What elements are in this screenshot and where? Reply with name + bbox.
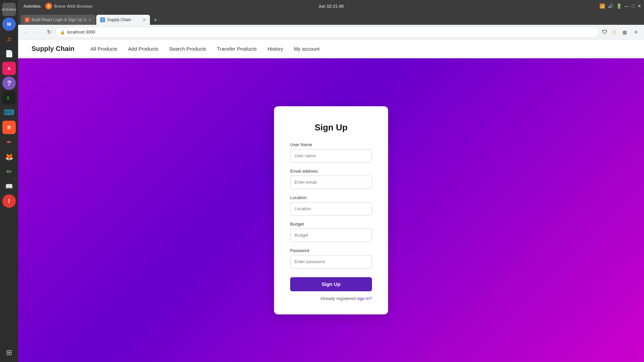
main-area: Sign Up User Name Email address Location (18, 58, 644, 362)
os-taskbar: Activities M ♬ 📄 A ? $_ ⌨ B ✒ 🦊 ✏ 📖 ! ⊞ (0, 0, 18, 362)
firefox-icon[interactable]: 🦊 (2, 150, 16, 164)
vscode-icon[interactable]: ⌨ (2, 106, 16, 119)
tab-build-react[interactable]: B Build React Login & Sign Up U ✕ (21, 15, 96, 25)
brave-taskbar-icon[interactable]: B (2, 121, 16, 134)
writer-icon[interactable]: 📄 (2, 47, 16, 60)
brave-warning-icon[interactable]: ⚠ (610, 28, 618, 36)
nav-link-all-products[interactable]: All Products (91, 46, 117, 52)
signup-title: Sign Up (290, 122, 372, 133)
reload-button[interactable]: ↻ (44, 27, 54, 37)
already-registered-text: Already registered (320, 296, 356, 301)
nav-link-add-products[interactable]: Add Products (128, 46, 158, 52)
text-editor-icon[interactable]: ✏ (2, 165, 16, 178)
appimage-icon[interactable]: A (2, 62, 16, 75)
pen-icon[interactable]: ✒ (2, 135, 16, 149)
signin-link[interactable]: sign in? (357, 296, 372, 301)
forward-button[interactable]: → (33, 27, 42, 37)
battery-icon: 🔋 (616, 3, 622, 9)
title-bar-left: Activities B Brave Web Browser (21, 3, 93, 9)
nav-link-history[interactable]: History (267, 46, 283, 52)
sidebar-toggle-button[interactable]: ▦ (620, 27, 629, 37)
browser-window: Activities B Brave Web Browser Jun 10 21… (18, 0, 644, 362)
close-button[interactable]: ✕ (637, 3, 641, 9)
signup-card: Sign Up User Name Email address Location (274, 106, 388, 314)
title-bar-time: Jun 10 21:48 (318, 4, 343, 9)
email-input[interactable] (290, 176, 372, 189)
calibre-icon[interactable]: 📖 (2, 180, 16, 193)
email-label: Email address (290, 169, 372, 174)
tab-bar: B Build React Login & Sign Up U ✕ S Supp… (18, 12, 644, 25)
nav-bar: Supply Chain All Products Add Products S… (18, 40, 644, 58)
address-bar: ← → ↻ 🔒 localhost:3000 🛡 ⚠ ▦ ≡ (18, 25, 644, 40)
budget-label: Budget (290, 222, 372, 227)
budget-group: Budget (290, 222, 372, 242)
tab-favicon-brave: B (25, 17, 30, 22)
minimize-button[interactable]: — (625, 3, 629, 9)
volume-icon: 🔊 (608, 3, 613, 9)
tab-label-2: Supply Chain (107, 17, 131, 22)
messenger-icon[interactable]: M (2, 17, 16, 31)
browser-menu-button[interactable]: ≡ (631, 27, 641, 37)
maximize-button[interactable]: □ (632, 3, 635, 9)
browser-name-label: Brave Web Browser (54, 4, 93, 9)
location-input[interactable] (290, 202, 372, 216)
nav-brand: Supply Chain (32, 45, 74, 53)
email-group: Email address (290, 169, 372, 189)
title-bar: Activities B Brave Web Browser Jun 10 21… (18, 0, 644, 12)
nav-link-transfer-products[interactable]: Transfer Products (217, 46, 257, 52)
signup-button[interactable]: Sign Up (290, 277, 372, 291)
lock-icon: 🔒 (60, 30, 65, 35)
help-icon[interactable]: ? (2, 76, 16, 90)
url-text: localhost:3000 (67, 29, 595, 35)
username-group: User Name (290, 142, 372, 163)
brave-logo: B (45, 3, 52, 9)
password-label: Password (290, 248, 372, 253)
tab-supply-chain[interactable]: S Supply Chain ✕ (96, 15, 150, 25)
username-input[interactable] (290, 149, 372, 163)
tab-close-1[interactable]: ✕ (88, 17, 92, 22)
nav-link-my-account[interactable]: My account (294, 46, 320, 52)
location-group: Location (290, 195, 372, 216)
title-bar-controls: 📶 🔊 🔋 — □ ✕ (599, 3, 641, 9)
error-notification-icon[interactable]: ! (2, 194, 16, 208)
nav-link-search-products[interactable]: Search Products (169, 46, 206, 52)
app-grid-icon[interactable]: ⊞ (2, 346, 16, 359)
password-group: Password (290, 248, 372, 268)
signin-row: Already registered sign in? (290, 296, 372, 301)
activities-button[interactable]: Activities (2, 3, 16, 16)
budget-input[interactable] (290, 229, 372, 242)
tab-close-2[interactable]: ✕ (143, 17, 146, 22)
activities-label[interactable]: Activities (21, 4, 43, 9)
wifi-icon: 📶 (599, 3, 605, 9)
location-label: Location (290, 195, 372, 200)
tab-label-1: Build React Login & Sign Up U (32, 17, 86, 22)
password-input[interactable] (290, 255, 372, 268)
terminal-icon[interactable]: $_ (2, 91, 16, 105)
new-tab-button[interactable]: + (151, 15, 160, 25)
username-label: User Name (290, 142, 372, 147)
url-bar[interactable]: 🔒 localhost:3000 (56, 27, 599, 38)
page-content: Supply Chain All Products Add Products S… (18, 40, 644, 362)
back-button[interactable]: ← (21, 27, 31, 37)
brave-shield-icon[interactable]: 🛡 (601, 28, 608, 36)
tab-favicon-chain: S (100, 17, 105, 22)
rhythmbox-icon[interactable]: ♬ (2, 32, 16, 46)
